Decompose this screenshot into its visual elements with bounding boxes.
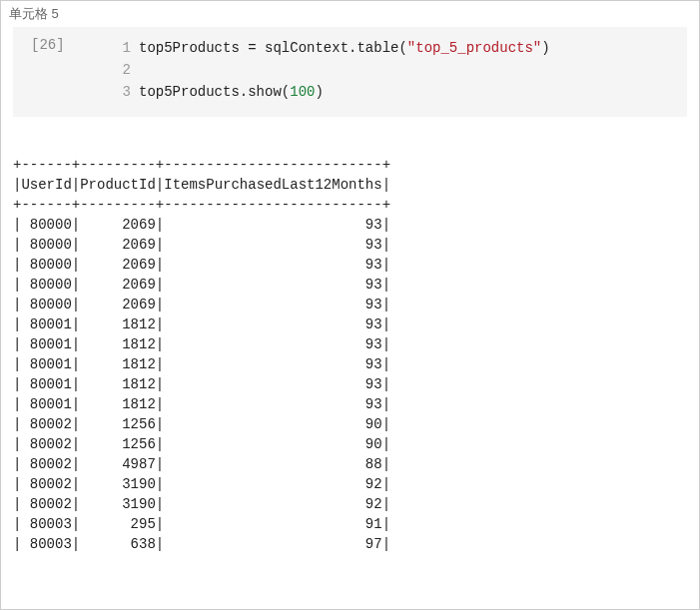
table-row: | 80002| 4987| 88| [13, 456, 390, 472]
table-row: | 80002| 3190| 92| [13, 476, 390, 492]
table-row: | 80000| 2069| 93| [13, 297, 390, 312]
table-row: | 80002| 1256| 90| [13, 436, 390, 452]
table-row: | 80003| 295| 91| [13, 516, 390, 532]
table-row: | 80001| 1812| 93| [13, 356, 390, 372]
table-row: | 80001| 1812| 93| [13, 316, 390, 332]
table-row: | 80000| 2069| 93| [13, 257, 390, 273]
table-header: |UserId|ProductId|ItemsPurchasedLast12Mo… [13, 177, 390, 193]
cell-label: 单元格 5 [1, 1, 699, 27]
table-row: | 80002| 3190| 92| [13, 496, 390, 512]
code-cell[interactable]: [26] 123 top5Products = sqlContext.table… [13, 27, 687, 117]
line-number: 3 [111, 81, 131, 103]
code-line: top5Products.show(100) [139, 84, 324, 100]
table-row: | 80001| 1812| 93| [13, 336, 390, 352]
line-number: 2 [111, 59, 131, 81]
table-row: | 80000| 2069| 93| [13, 237, 390, 253]
table-row: | 80002| 1256| 90| [13, 416, 390, 432]
output-area: +------+---------+----------------------… [1, 117, 699, 554]
line-number: 1 [111, 37, 131, 59]
table-separator: +------+---------+----------------------… [13, 197, 390, 213]
number-token: 100 [290, 84, 315, 100]
table-row: | 80001| 1812| 93| [13, 376, 390, 392]
table-separator: +------+---------+----------------------… [13, 157, 390, 173]
code-editor[interactable]: top5Products = sqlContext.table("top_5_p… [139, 37, 679, 103]
table-row: | 80000| 2069| 93| [13, 217, 390, 233]
string-token: "top_5_products" [407, 40, 541, 56]
line-number-gutter: 123 [111, 37, 139, 103]
table-row: | 80003| 638| 97| [13, 536, 390, 552]
code-line: top5Products = sqlContext.table("top_5_p… [139, 40, 550, 56]
execution-count: [26] [21, 37, 111, 103]
table-row: | 80000| 2069| 93| [13, 277, 390, 293]
table-row: | 80001| 1812| 93| [13, 396, 390, 412]
